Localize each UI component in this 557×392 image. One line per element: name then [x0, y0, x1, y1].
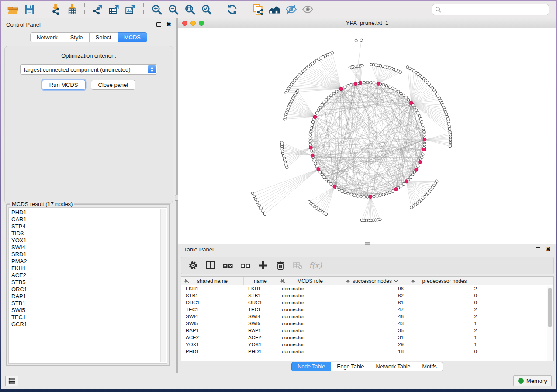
graph-node[interactable]: [423, 130, 426, 133]
duplicate-network-button[interactable]: [249, 3, 266, 17]
graph-node[interactable]: [410, 206, 413, 209]
graph-node[interactable]: [330, 94, 332, 96]
column-header-shared-name[interactable]: shared name: [181, 277, 244, 285]
import-table-button[interactable]: [63, 3, 80, 17]
graph-mcds-node[interactable]: [394, 187, 398, 191]
mcds-node-item[interactable]: CAR1: [11, 216, 167, 223]
graph-node[interactable]: [310, 127, 312, 130]
tab-style[interactable]: Style: [64, 32, 90, 42]
graph-node[interactable]: [321, 173, 323, 176]
graph-mcds-node[interactable]: [377, 82, 380, 85]
refresh-view-button[interactable]: [224, 3, 240, 17]
graph-node[interactable]: [311, 124, 313, 127]
horizontal-splitter-handle[interactable]: [365, 242, 370, 245]
graph-mcds-node[interactable]: [419, 160, 422, 164]
export-table-button[interactable]: [106, 3, 122, 17]
graph-node[interactable]: [422, 127, 425, 130]
graph-node[interactable]: [310, 150, 312, 152]
mcds-node-item[interactable]: GCR1: [11, 321, 167, 328]
tab-select[interactable]: Select: [90, 32, 118, 42]
graph-node[interactable]: [360, 195, 362, 198]
graph-node[interactable]: [325, 99, 328, 101]
export-image-button[interactable]: [122, 3, 139, 17]
hide-selected-button[interactable]: [283, 3, 299, 17]
mcds-node-item[interactable]: TEC1: [11, 314, 167, 321]
graph-node[interactable]: [449, 145, 451, 148]
attribute-settings-button[interactable]: [186, 258, 201, 272]
graph-node[interactable]: [417, 112, 419, 114]
graph-node[interactable]: [420, 120, 423, 123]
graph-node[interactable]: [402, 182, 405, 185]
table-row[interactable]: TEC1TEC1connector472: [181, 306, 553, 313]
graph-node[interactable]: [319, 171, 322, 173]
column-header-successor-nodes[interactable]: successor nodes: [343, 277, 408, 285]
graph-node[interactable]: [335, 90, 338, 93]
graph-node[interactable]: [296, 89, 299, 92]
task-history-button[interactable]: [5, 376, 18, 386]
graph-node[interactable]: [344, 86, 346, 88]
graph-node[interactable]: [373, 82, 375, 84]
graph-node[interactable]: [415, 109, 418, 111]
table-row[interactable]: RAP1RAP1dominator352: [181, 327, 553, 334]
search-input[interactable]: [432, 4, 549, 15]
column-header-predecessor-nodes[interactable]: predecessor nodes: [408, 277, 481, 285]
graph-node[interactable]: [308, 200, 311, 203]
graph-mcds-node[interactable]: [313, 115, 317, 119]
graph-node[interactable]: [420, 156, 423, 158]
graph-node[interactable]: [409, 176, 412, 179]
import-network-button[interactable]: [47, 3, 63, 17]
mcds-result-list[interactable]: PHD1CAR1STP4TID3YOX1SWI4SRD1PMA2FKH1ACE2…: [8, 207, 167, 364]
mcds-node-item[interactable]: SWI5: [11, 307, 167, 314]
mcds-node-item[interactable]: ACE2: [11, 272, 167, 279]
mcds-node-item[interactable]: PMA2: [11, 258, 167, 265]
graph-node[interactable]: [394, 89, 397, 91]
graph-node[interactable]: [331, 52, 333, 54]
save-session-button[interactable]: [21, 3, 38, 17]
graph-node[interactable]: [350, 83, 353, 86]
network-graph[interactable]: [178, 28, 556, 243]
graph-node[interactable]: [309, 140, 311, 143]
table-row[interactable]: SWI4SWI4dominator462: [181, 313, 553, 320]
graph-mcds-node[interactable]: [317, 168, 320, 171]
mcds-node-item[interactable]: TID3: [11, 230, 167, 237]
graph-node[interactable]: [419, 117, 422, 120]
network-canvas[interactable]: [178, 28, 556, 244]
graph-node[interactable]: [399, 71, 401, 73]
graph-node[interactable]: [309, 134, 311, 136]
graph-node[interactable]: [382, 193, 385, 196]
graph-node[interactable]: [388, 86, 391, 88]
graph-node[interactable]: [418, 114, 421, 117]
graph-mcds-node[interactable]: [409, 101, 413, 105]
graph-mcds-node[interactable]: [415, 168, 418, 171]
graph-node[interactable]: [325, 178, 328, 181]
mcds-node-item[interactable]: STP4: [11, 223, 167, 230]
tab-motifs[interactable]: Motifs: [416, 362, 443, 371]
graph-node[interactable]: [259, 207, 262, 210]
graph-mcds-node[interactable]: [369, 195, 372, 199]
graph-node[interactable]: [363, 196, 365, 198]
export-network-button[interactable]: [89, 3, 106, 17]
graph-node[interactable]: [405, 96, 407, 99]
graph-mcds-node[interactable]: [309, 146, 312, 149]
graph-node[interactable]: [385, 192, 388, 195]
mcds-node-item[interactable]: RAP1: [11, 293, 167, 300]
graph-node[interactable]: [341, 189, 343, 192]
tab-network-table[interactable]: Network Table: [370, 362, 417, 371]
graph-node[interactable]: [391, 87, 394, 89]
tab-edge-table[interactable]: Edge Table: [331, 362, 370, 371]
graph-node[interactable]: [356, 195, 359, 197]
graph-node[interactable]: [327, 96, 330, 99]
mcds-node-item[interactable]: PHD1: [11, 209, 167, 216]
graph-node[interactable]: [412, 173, 414, 176]
graph-node[interactable]: [407, 99, 410, 101]
graph-node[interactable]: [382, 83, 385, 86]
show-all-button[interactable]: [299, 3, 316, 17]
graph-node[interactable]: [323, 101, 325, 103]
graph-node[interactable]: [319, 106, 322, 109]
graph-mcds-node[interactable]: [359, 81, 362, 85]
graph-mcds-node[interactable]: [423, 138, 426, 141]
mcds-list-scrollbar[interactable]: [160, 209, 166, 362]
graph-node[interactable]: [280, 141, 283, 144]
table-row[interactable]: PHD1PHD1dominator180: [181, 348, 553, 355]
graph-node[interactable]: [309, 130, 312, 133]
